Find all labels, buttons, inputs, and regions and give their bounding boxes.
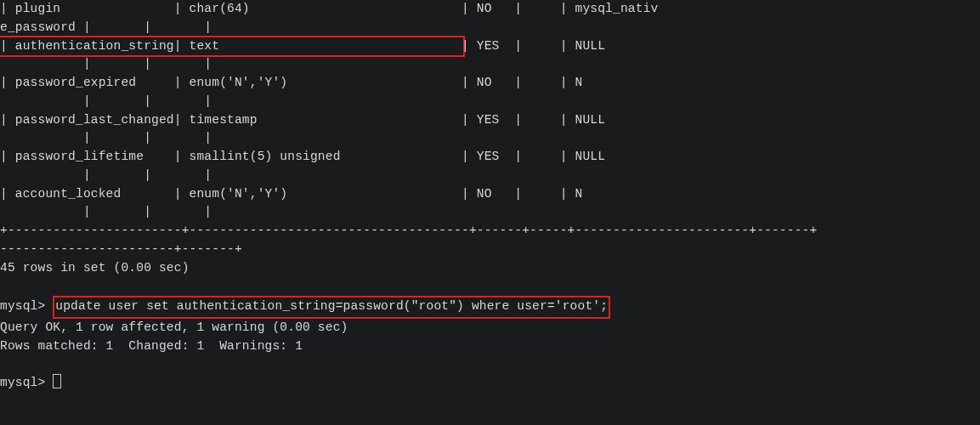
table-row-wrap: e_password | | | — [0, 19, 980, 37]
table-row: | account_locked | enum('N','Y') | NO | … — [0, 185, 980, 204]
table-divider-wrap: -----------------------+-------+ — [0, 241, 980, 259]
highlight-command: update user set authentication_string=pa… — [53, 296, 610, 319]
cursor — [53, 374, 61, 388]
result-line-1: Query OK, 1 row affected, 1 warning (0.0… — [0, 319, 980, 337]
table-row-wrap: | | | — [0, 129, 980, 148]
blank-line — [0, 277, 980, 296]
table-row: | authentication_string| text | YES | | … — [0, 37, 980, 56]
rows-summary: 45 rows in set (0.00 sec) — [0, 259, 980, 278]
command-line: mysql> update user set authentication_st… — [0, 296, 980, 319]
table-row: | plugin | char(64) | NO | | mysql_nativ — [0, 0, 980, 19]
result-line-2: Rows matched: 1 Changed: 1 Warnings: 1 — [0, 337, 980, 356]
idle-prompt-line[interactable]: mysql> — [0, 374, 980, 393]
terminal-output[interactable]: | plugin | char(64) | NO | | mysql_nativ… — [0, 0, 980, 393]
table-row-wrap: | | | — [0, 93, 980, 111]
table-row-wrap: | | | — [0, 167, 980, 185]
table-row-wrap: | | | — [0, 203, 980, 222]
table-row-wrap: | | | — [0, 55, 980, 74]
blank-line — [0, 355, 980, 374]
mysql-prompt: mysql> — [0, 376, 53, 389]
highlight-field-auth-string: | authentication_string| text — [0, 36, 465, 58]
table-row: | password_last_changed| timestamp | YES… — [0, 111, 980, 130]
table-divider: +-----------------------+---------------… — [0, 222, 980, 241]
table-row: | password_expired | enum('N','Y') | NO … — [0, 74, 980, 93]
table-row: | password_lifetime | smallint(5) unsign… — [0, 148, 980, 167]
mysql-prompt: mysql> — [0, 299, 53, 313]
